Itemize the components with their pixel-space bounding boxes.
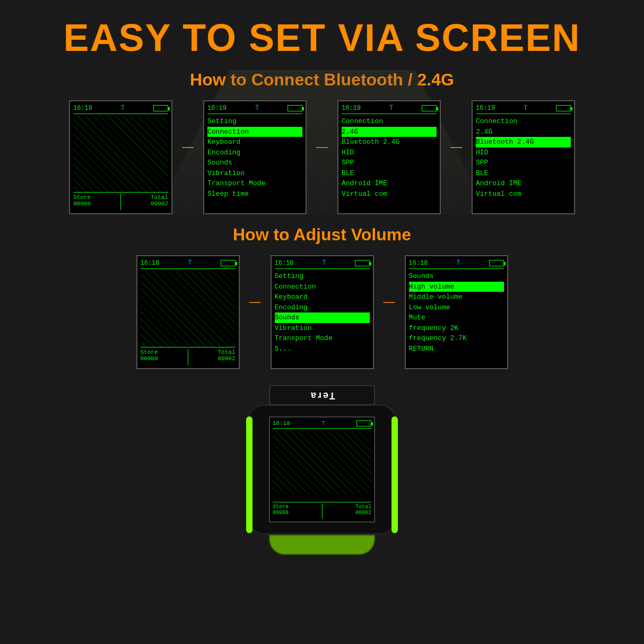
menu-item-keyboard: Keyboard — [275, 292, 370, 302]
t-indicator: T — [255, 105, 259, 112]
menu-item-spp: SPP — [476, 158, 571, 168]
total-col: Total 00002 — [355, 504, 371, 519]
menu-item-encoding: Encoding — [207, 147, 302, 158]
scanner-device: Tera 16:18 T Store 00000 — [237, 385, 407, 555]
battery-icon — [221, 260, 236, 266]
vol-screen-3: 16:18 T Sounds High volume Middle volume… — [405, 255, 508, 369]
store-label: Store — [73, 194, 91, 201]
menu-item-bluetooth-2.4g-selected: Bluetooth 2.4G — [476, 137, 571, 147]
green-accent-right — [391, 416, 398, 533]
screen-header: 16:19 T — [476, 105, 571, 114]
volume-screens-row: 16:18 T Store 00000 Total 00002 — — [0, 255, 644, 369]
menu-item-transport: Transport Mode — [207, 178, 302, 189]
t-indicator: T — [389, 105, 393, 112]
screen-header: 16:18 T — [409, 259, 504, 269]
menu-item-transport: Transport Mode — [275, 333, 370, 344]
bt-screen-2: 16:19 T Setting Connection Keyboard Enco… — [203, 100, 307, 214]
screen-empty-area — [273, 431, 371, 495]
device-bottom-area: Tera 16:18 T Store 00000 — [0, 385, 644, 555]
menu-item-bluetooth-2.4g: Bluetooth 2.4G — [342, 137, 437, 147]
menu-item-high-volume: High volume — [409, 282, 504, 292]
menu-item-setting: Setting — [207, 116, 302, 127]
menu-item-connection: Connection — [275, 282, 370, 292]
main-title: EASY TO SET VIA SCREEN — [0, 0, 644, 65]
menu-item-mute: Mute — [409, 312, 504, 323]
screen-footer: Store 00000 Total 00002 — [141, 347, 236, 365]
menu-item-low-volume: Low volume — [409, 302, 504, 313]
store-label: Store — [141, 349, 158, 355]
volume-section-title: How to Adjust Volume — [0, 225, 644, 245]
arrow-4: — — [249, 295, 261, 330]
battery-icon — [356, 420, 371, 427]
menu-item-sleep: Sleep time — [207, 189, 302, 199]
battery-icon — [556, 105, 571, 111]
total-value: 00002 — [217, 355, 235, 362]
battery-icon — [288, 105, 302, 111]
t-indicator: T — [188, 259, 192, 267]
screen-header: 16:18 T — [141, 259, 236, 269]
menu-item-hid: HID — [342, 147, 437, 158]
total-label: Total — [151, 194, 168, 201]
total-label: Total — [355, 504, 371, 510]
menu-item-s: S... — [275, 344, 370, 354]
menu-item-freq-2k: frequency 2K — [409, 323, 504, 334]
divider — [322, 504, 323, 519]
green-accent-left — [246, 416, 253, 533]
store-value: 00000 — [73, 201, 91, 207]
menu-item-spp: SPP — [342, 158, 437, 168]
bt-screen-4: 16:19 T Connection 2.4G Bluetooth 2.4G H… — [472, 100, 575, 214]
battery-icon — [355, 260, 370, 266]
screen-header: 16:18 T — [73, 105, 168, 114]
store-col: Store 00000 — [273, 504, 289, 519]
bt-screen-3: 16:19 T Connection 2.4G Bluetooth 2.4G H… — [337, 100, 441, 214]
menu-item-sounds: Sounds — [275, 312, 370, 323]
t-indicator: T — [322, 259, 326, 267]
screen-header: 16:19 T — [342, 105, 437, 114]
menu-item-setting: Setting — [275, 271, 370, 282]
vol-screen-1: 16:18 T Store 00000 Total 00002 — [136, 255, 240, 369]
menu-item-android-ime: Android IME — [342, 178, 437, 189]
brand-label: Tera — [309, 390, 335, 401]
time-display: 16:18 — [273, 420, 290, 427]
screen-footer: Store 00000 Total 00002 — [273, 502, 371, 519]
total-value: 00002 — [355, 510, 371, 516]
vol-screen-2: 16:18 T Setting Connection Keyboard Enco… — [271, 255, 374, 369]
time-display: 16:18 — [275, 259, 294, 267]
battery-icon — [489, 260, 504, 266]
t-indicator: T — [321, 420, 325, 427]
menu-item-return: RETURN — [409, 344, 504, 354]
screen-body: Setting Connection Keyboard Encoding Sou… — [207, 116, 302, 199]
menu-item-vibration: Vibration — [275, 323, 370, 334]
menu-item-sounds: Sounds — [207, 158, 302, 168]
menu-item-freq-2.7k: frequency 2.7K — [409, 333, 504, 344]
total-value: 00002 — [151, 201, 168, 207]
time-display: 16:18 — [73, 105, 92, 112]
screen-body: Sounds High volume Middle volume Low vol… — [409, 271, 504, 354]
menu-item-connection-title: Connection — [342, 116, 437, 127]
menu-item-virtual-com: Virtual com — [476, 189, 571, 199]
total-label: Total — [217, 349, 235, 355]
screen-body: Connection 2.4G Bluetooth 2.4G HID SPP B… — [342, 116, 437, 199]
menu-item-sounds-title: Sounds — [409, 271, 504, 282]
time-display: 16:19 — [342, 105, 361, 112]
t-indicator: T — [121, 105, 125, 112]
t-indicator: T — [524, 105, 527, 112]
screen-footer: Store 00000 Total 00002 — [73, 192, 168, 210]
menu-item-encoding: Encoding — [275, 302, 370, 313]
bt-screen-1: 16:18 T Store 00000 Total 00002 — [69, 100, 172, 214]
t-indicator: T — [456, 259, 460, 267]
battery-icon — [153, 105, 168, 111]
screen-body: Setting Connection Keyboard Encoding Sou… — [275, 271, 370, 354]
menu-item-virtual-com: Virtual com — [342, 189, 437, 199]
menu-item-android-ime: Android IME — [476, 178, 571, 189]
battery-icon — [422, 105, 437, 111]
menu-item-ble: BLE — [342, 168, 437, 179]
time-display: 16:19 — [207, 105, 227, 112]
menu-item-middle-volume: Middle volume — [409, 292, 504, 302]
menu-item-hid: HID — [476, 147, 571, 158]
arrow-3: — — [450, 100, 462, 214]
menu-item-ble: BLE — [476, 168, 571, 179]
device-bottom — [269, 535, 375, 555]
store-value: 00000 — [141, 355, 158, 362]
store-label: Store — [273, 504, 289, 510]
